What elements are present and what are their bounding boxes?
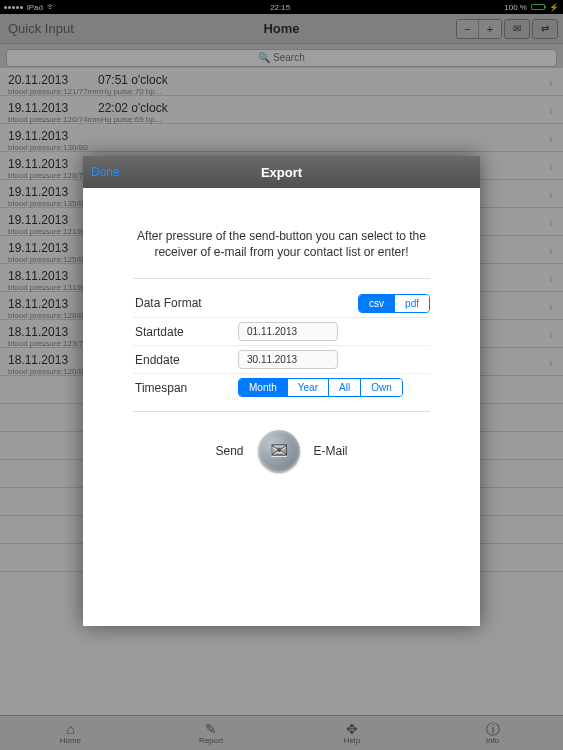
format-csv[interactable]: csv [359,295,395,312]
startdate-label: Startdate [133,325,238,339]
modal-header: Done Export [83,156,480,188]
format-pdf[interactable]: pdf [395,295,429,312]
data-format-label: Data Format [133,296,238,310]
span-month[interactable]: Month [239,379,288,396]
email-label: E-Mail [314,444,348,458]
span-all[interactable]: All [329,379,361,396]
modal-title: Export [83,165,480,180]
enddate-label: Enddate [133,353,238,367]
envelope-icon: ✉ [270,438,288,464]
span-year[interactable]: Year [288,379,329,396]
modal-info-text: After pressure of the send-button you ca… [133,228,430,260]
send-label: Send [215,444,243,458]
send-email-button[interactable]: ✉ [258,430,300,472]
span-own[interactable]: Own [361,379,402,396]
timespan-segment[interactable]: Month Year All Own [238,378,403,397]
export-form: Data Format csv pdf Startdate 01.11.2013… [133,289,430,401]
enddate-field[interactable]: 30.11.2013 [238,350,338,369]
data-format-segment[interactable]: csv pdf [358,294,430,313]
startdate-field[interactable]: 01.11.2013 [238,322,338,341]
timespan-label: Timespan [133,381,238,395]
done-button[interactable]: Done [91,165,120,179]
export-modal: Done Export After pressure of the send-b… [83,156,480,626]
